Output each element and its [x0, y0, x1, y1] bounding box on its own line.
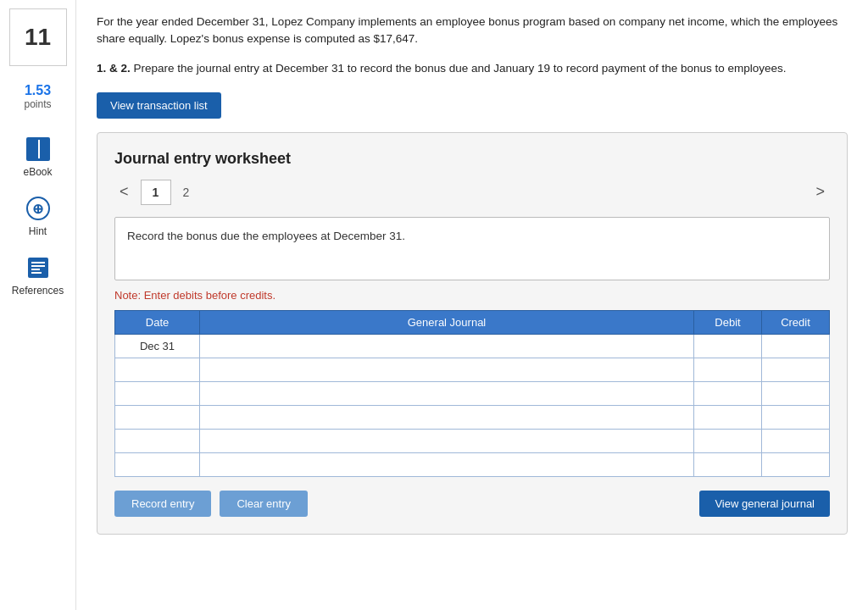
entry-instruction: Record the bonus due the employees at De… — [114, 217, 830, 280]
question-text: For the year ended December 31, Lopez Co… — [97, 14, 848, 48]
svg-rect-4 — [31, 272, 42, 274]
worksheet-title: Journal entry worksheet — [114, 150, 830, 168]
debit-input[interactable] — [699, 360, 756, 379]
debit-cell — [694, 452, 762, 476]
general-journal-input[interactable] — [200, 336, 693, 355]
hint-label: Hint — [29, 225, 47, 237]
svg-rect-1 — [31, 262, 45, 263]
instruction-text: 1. & 2. Prepare the journal entry at Dec… — [97, 60, 848, 77]
ebook-icon — [25, 136, 52, 163]
general-journal-input[interactable] — [200, 431, 693, 450]
table-row — [115, 429, 830, 452]
general-journal-cell — [200, 452, 694, 476]
general-journal-cell — [200, 358, 694, 381]
credit-input[interactable] — [767, 455, 824, 474]
date-cell: Dec 31 — [115, 334, 200, 358]
credit-cell — [762, 452, 830, 476]
credit-input[interactable] — [767, 336, 824, 355]
date-input[interactable] — [120, 360, 194, 379]
date-input[interactable] — [120, 455, 194, 474]
hint-icon: ⊕ — [25, 195, 52, 222]
debit-cell — [694, 334, 762, 358]
current-page-indicator: 1 — [141, 180, 171, 205]
svg-rect-2 — [31, 265, 45, 267]
clear-entry-button[interactable]: Clear entry — [220, 491, 308, 517]
page-2-button[interactable]: 2 — [178, 182, 195, 202]
general-journal-input[interactable] — [200, 384, 693, 402]
col-header-credit: Credit — [762, 310, 830, 334]
date-cell — [115, 429, 200, 452]
view-transaction-list-button[interactable]: View transaction list — [97, 92, 221, 119]
debit-input[interactable] — [699, 431, 756, 450]
general-journal-cell — [200, 334, 694, 358]
debit-input[interactable] — [699, 408, 756, 426]
col-header-general: General Journal — [200, 310, 694, 334]
next-page-button[interactable]: > — [810, 181, 830, 202]
credit-cell — [762, 334, 830, 358]
debit-cell — [694, 381, 762, 405]
date-cell — [115, 381, 200, 405]
sidebar-item-hint[interactable]: ⊕ Hint — [8, 190, 68, 242]
journal-table: Date General Journal Debit Credit Dec 31 — [114, 310, 830, 477]
credit-cell — [762, 429, 830, 452]
date-cell — [115, 358, 200, 381]
date-cell — [115, 405, 200, 429]
credit-input[interactable] — [767, 384, 824, 402]
general-journal-input[interactable] — [200, 455, 693, 474]
prev-page-button[interactable]: < — [114, 181, 134, 202]
instruction-content: Record the bonus due the employees at De… — [127, 230, 405, 242]
problem-number: 11 — [9, 8, 67, 66]
record-entry-button[interactable]: Record entry — [114, 491, 211, 517]
credit-cell — [762, 358, 830, 381]
general-journal-input[interactable] — [200, 360, 693, 379]
instruction-detail: Prepare the journal entry at December 31… — [131, 62, 787, 75]
ebook-label: eBook — [23, 166, 52, 178]
col-header-debit: Debit — [694, 310, 762, 334]
date-input[interactable] — [120, 431, 194, 450]
date-input[interactable] — [120, 384, 194, 402]
references-label: References — [12, 285, 64, 297]
debit-credit-note: Note: Enter debits before credits. — [114, 289, 830, 302]
action-buttons: Record entry Clear entry View general jo… — [114, 491, 830, 517]
debit-cell — [694, 358, 762, 381]
date-cell — [115, 452, 200, 476]
general-journal-cell — [200, 381, 694, 405]
sidebar-item-references[interactable]: References — [8, 249, 68, 302]
debit-cell — [694, 429, 762, 452]
points-value: 1.53 — [24, 83, 51, 98]
table-row — [115, 452, 830, 476]
table-row — [115, 381, 830, 405]
view-general-journal-button[interactable]: View general journal — [699, 491, 830, 517]
instruction-bold: 1. & 2. — [97, 62, 131, 75]
debit-input[interactable] — [699, 384, 756, 402]
general-journal-cell — [200, 405, 694, 429]
col-header-date: Date — [115, 310, 200, 334]
worksheet-card: Journal entry worksheet < 1 2 > Record t… — [97, 132, 848, 535]
sidebar: 11 1.53 points eBook ⊕ Hint — [0, 0, 76, 610]
credit-cell — [762, 381, 830, 405]
points-section: 1.53 points — [24, 83, 51, 110]
table-row — [115, 405, 830, 429]
credit-input[interactable] — [767, 360, 824, 379]
references-icon — [25, 254, 52, 281]
debit-input[interactable] — [699, 455, 756, 474]
general-journal-input[interactable] — [200, 408, 693, 426]
general-journal-cell — [200, 429, 694, 452]
credit-cell — [762, 405, 830, 429]
page-navigation: < 1 2 > — [114, 180, 830, 205]
table-row — [115, 358, 830, 381]
sidebar-item-ebook[interactable]: eBook — [8, 130, 68, 183]
svg-rect-3 — [31, 269, 40, 270]
svg-rect-0 — [28, 258, 48, 278]
main-content: For the year ended December 31, Lopez Co… — [76, 0, 868, 610]
debit-input[interactable] — [699, 336, 756, 355]
table-row: Dec 31 — [115, 334, 830, 358]
credit-input[interactable] — [767, 431, 824, 450]
credit-input[interactable] — [767, 408, 824, 426]
debit-cell — [694, 405, 762, 429]
points-label: points — [24, 98, 51, 110]
date-input[interactable] — [120, 408, 194, 426]
